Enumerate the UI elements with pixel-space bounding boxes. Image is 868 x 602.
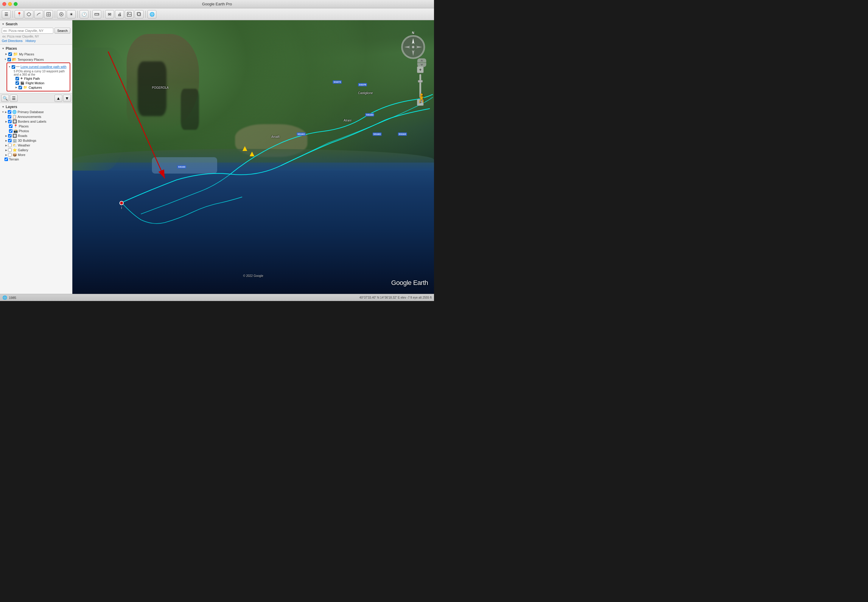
tilt-up-button[interactable] (417, 58, 426, 63)
gallery-checkbox[interactable] (8, 148, 12, 152)
show-sunlight-button[interactable]: ☀ (67, 10, 75, 18)
get-directions-link[interactable]: Get Directions (2, 39, 23, 43)
add-placemark-button[interactable]: 📍 (15, 10, 23, 18)
roads-row[interactable]: ▶ 🔲 Roads (2, 134, 70, 138)
photos-checkbox[interactable] (9, 129, 12, 133)
terrain-checkbox[interactable] (5, 158, 8, 161)
move-down-button[interactable]: ▼ (63, 95, 71, 102)
list-panel-button[interactable]: ☰ (10, 95, 18, 102)
zoom-handle[interactable] (418, 80, 423, 83)
highlighted-checkbox[interactable] (12, 65, 15, 69)
announcements-row[interactable]: 📋 Announcements (2, 114, 70, 119)
compass-ring[interactable] (401, 35, 425, 59)
flight-path-item[interactable]: ✈ Flight Path (15, 76, 69, 81)
yellow-marker-2[interactable] (249, 152, 254, 156)
photos-icon: 📸 (14, 129, 18, 133)
places-layer-checkbox[interactable] (9, 124, 12, 128)
add-path-button[interactable] (34, 10, 43, 18)
weather-icon: ⛅ (12, 143, 17, 147)
primary-database-row[interactable]: ▼ ▶ 🌐 Primary Database (2, 109, 70, 114)
maps-button[interactable]: 🌐 (148, 10, 156, 18)
zoom-in-button[interactable]: + (417, 66, 423, 73)
search-links: Get Directions History (2, 39, 70, 43)
gallery-row[interactable]: ▶ ⭐ Gallery (2, 148, 70, 152)
toolbar-sep-5 (103, 11, 103, 18)
main-toolbar: ☰ 📍 ☀ 🕐 ✉ 🖨 🌐 (0, 8, 434, 20)
more-checkbox[interactable] (8, 153, 12, 157)
my-places-checkbox[interactable] (8, 52, 12, 56)
nav-compass[interactable]: N (401, 35, 425, 59)
places-layer-row[interactable]: 📍 Places (2, 124, 70, 129)
harbor (152, 157, 217, 174)
gallery-triangle-icon: ▶ (5, 149, 7, 152)
temporary-places-item[interactable]: ▼ 📂 Temporary Places (2, 57, 70, 62)
announcements-checkbox[interactable] (8, 115, 11, 118)
more-icon: 📦 (12, 153, 17, 157)
primary-db-triangle-icon: ▼ (2, 111, 4, 114)
svg-marker-0 (27, 12, 31, 16)
copy-image-button[interactable] (135, 10, 143, 18)
poi-marker[interactable] (120, 201, 124, 205)
close-button[interactable] (2, 2, 6, 6)
primary-db-checkbox[interactable] (8, 110, 11, 114)
places-header[interactable]: ▼ Places (2, 46, 70, 51)
more-triangle-icon: ▶ (5, 154, 7, 156)
tilt-up-icon (420, 59, 423, 61)
streetview-person[interactable] (418, 93, 425, 104)
yellow-marker-1[interactable] (242, 146, 247, 151)
search-panel-button[interactable]: 🔍 (1, 95, 9, 102)
map-area[interactable]: POGEROLA Amalfi Castiglione Atrani SS373… (72, 20, 434, 294)
print-button[interactable]: 🖨 (115, 10, 124, 18)
layers-header[interactable]: ▼ Layers (2, 104, 70, 109)
ruler-button[interactable] (92, 10, 101, 18)
streetview-icon (418, 93, 425, 103)
3d-buildings-checkbox[interactable] (8, 139, 12, 142)
save-image-button[interactable] (125, 10, 134, 18)
minimize-button[interactable] (8, 2, 12, 6)
historical-imagery-button[interactable]: 🕐 (80, 10, 88, 18)
captures-checkbox[interactable] (18, 86, 22, 89)
weather-row[interactable]: ▶ ⛅ Weather (2, 143, 70, 148)
window-controls (2, 2, 18, 6)
search-input[interactable] (2, 28, 53, 34)
history-link[interactable]: History (26, 39, 36, 43)
highlighted-item-desc: 5 POIs along a curvy 10 waypoint path an… (8, 70, 69, 76)
mountain-area (289, 20, 398, 130)
flight-motion-item[interactable]: 🎬 Flight Motion (15, 81, 69, 85)
tilt-control[interactable] (417, 58, 426, 67)
panel-toolbar: 🔍 ☰ ▲ ▼ (0, 94, 72, 103)
captures-item[interactable]: ▶ 📁 Captures (15, 85, 69, 90)
search-section: ▼ Search Search ex: Pizza near Clayville… (0, 20, 72, 45)
weather-checkbox[interactable] (8, 143, 12, 147)
show-sidebar-button[interactable]: ☰ (2, 10, 11, 18)
add-overlay-button[interactable] (44, 10, 53, 18)
3d-buildings-row[interactable]: ▶ 🏢 3D Buildings (2, 138, 70, 143)
places-title: Places (6, 46, 17, 51)
photos-row[interactable]: 📸 Photos (2, 129, 70, 134)
search-button[interactable]: Search (54, 28, 70, 34)
terrain-row[interactable]: ▶ Terrain (2, 157, 70, 161)
email-button[interactable]: ✉ (105, 10, 114, 18)
layers-section[interactable]: ▼ Layers ▼ ▶ 🌐 Primary Database 📋 Announ… (0, 103, 72, 294)
my-places-item[interactable]: ▶ 📁 My Places (2, 51, 70, 57)
record-tour-button[interactable] (57, 10, 66, 18)
search-row: Search (2, 28, 70, 34)
roads-checkbox[interactable] (8, 134, 12, 138)
search-title: Search (6, 22, 18, 26)
highlighted-item-title[interactable]: Long curved coastline path with (20, 65, 66, 69)
flight-motion-checkbox[interactable] (15, 81, 19, 85)
highlighted-triangle-icon: ▼ (8, 66, 11, 68)
search-header[interactable]: ▼ Search (2, 22, 70, 26)
temp-places-checkbox[interactable] (8, 58, 11, 61)
sub-items: ✈ Flight Path 🎬 Flight Motion ▶ 📁 (8, 76, 69, 90)
search-triangle-icon: ▼ (2, 23, 5, 26)
borders-row[interactable]: ▶ 🔲 Borders and Labels (2, 119, 70, 124)
flight-path-checkbox[interactable] (15, 77, 19, 80)
move-up-button[interactable]: ▲ (54, 95, 62, 102)
flight-path-icon: ✈ (20, 77, 23, 80)
maximize-button[interactable] (14, 2, 18, 6)
highlighted-item: ▼ 〰 Long curved coastline path with 5 PO… (6, 63, 70, 91)
borders-checkbox[interactable] (8, 120, 12, 123)
more-row[interactable]: ▶ 📦 More (2, 152, 70, 157)
add-polygon-button[interactable] (25, 10, 33, 18)
